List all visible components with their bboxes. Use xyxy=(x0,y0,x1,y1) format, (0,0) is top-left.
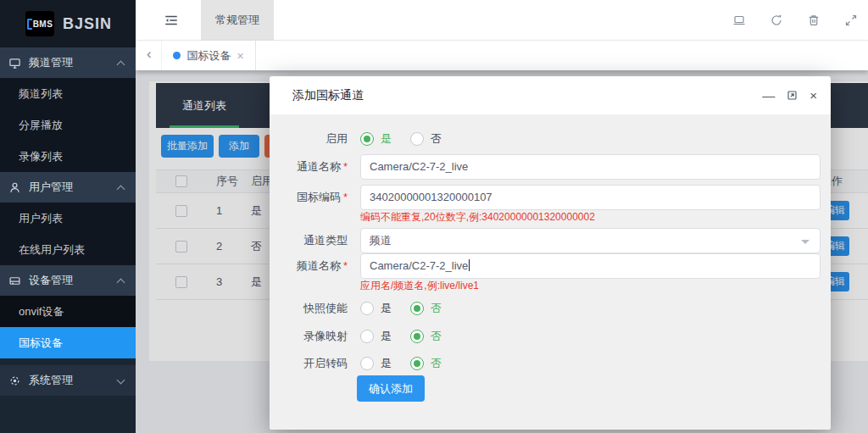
enable-radio-group: 是 否 xyxy=(360,126,442,152)
sidebar-item-channel-list[interactable]: 频道列表 xyxy=(0,78,136,109)
field-label: 录像映射 xyxy=(270,324,348,349)
required-asterisk: * xyxy=(343,259,348,272)
laptop-icon[interactable] xyxy=(732,14,746,27)
radio-no[interactable]: 否 xyxy=(410,329,442,344)
form-row-channel-name: 通道名称* Camera/C2-7-2_live xyxy=(270,154,831,180)
sidebar-item-user-list[interactable]: 用户列表 xyxy=(0,203,136,234)
sidebar-item-label: 在线用户列表 xyxy=(19,242,85,258)
field-label: 通道类型 xyxy=(270,228,348,253)
form-row-transcode: 开启转码 是 否 xyxy=(270,351,831,376)
radio-label: 是 xyxy=(381,329,392,344)
submenu-device: onvif设备 国标设备 xyxy=(0,296,136,358)
submenu-user: 用户列表 在线用户列表 xyxy=(0,203,136,265)
gear-icon xyxy=(8,375,21,387)
radio-label: 是 xyxy=(381,356,392,371)
radio-circle-icon xyxy=(360,132,374,146)
radio-no[interactable]: 否 xyxy=(410,301,442,316)
sidebar-group-label: 设备管理 xyxy=(29,273,110,288)
sidebar-group-label: 用户管理 xyxy=(29,180,110,195)
collapse-sidebar-icon[interactable] xyxy=(164,13,179,28)
radio-label: 否 xyxy=(431,301,442,316)
sidebar-group-channel[interactable]: 频道管理 xyxy=(0,47,136,78)
radio-yes[interactable]: 是 xyxy=(360,131,392,147)
required-asterisk: * xyxy=(343,191,348,203)
app-logo: BMS BJSIN xyxy=(0,0,136,47)
sidebar-item-online-user-list[interactable]: 在线用户列表 xyxy=(0,234,136,265)
form-row-record-map: 录像映射 是 否 xyxy=(270,324,831,349)
sidebar-item-record-list[interactable]: 录像列表 xyxy=(0,141,136,172)
tag-bar: ‹ 国标设备 × xyxy=(136,41,868,70)
back-chevron-icon[interactable]: ‹ xyxy=(147,46,152,63)
channel-name-input[interactable]: Camera/C2-7-2_live xyxy=(360,154,821,180)
radio-label: 否 xyxy=(431,131,442,147)
topnav-icon-group xyxy=(732,0,858,41)
sidebar-item-onvif-device[interactable]: onvif设备 xyxy=(0,296,136,327)
form-row-gb-code: 国标编码* 34020000001320000107 xyxy=(270,185,831,210)
maximize-icon[interactable] xyxy=(787,90,798,101)
transcode-radio-group: 是 否 xyxy=(360,351,442,376)
sidebar-group-user[interactable]: 用户管理 xyxy=(0,172,136,203)
form-row-stream-name: 频道名称* Camera/C2-7-2_live xyxy=(270,253,831,279)
monitor-icon xyxy=(8,57,21,69)
radio-yes[interactable]: 是 xyxy=(360,356,392,371)
fullscreen-icon[interactable] xyxy=(844,14,858,27)
chevron-up-icon xyxy=(117,186,125,194)
logo-bracket-icon xyxy=(27,19,32,30)
snapshot-radio-group: 是 否 xyxy=(360,296,442,321)
required-asterisk: * xyxy=(343,160,348,173)
sidebar-group-device[interactable]: 设备管理 xyxy=(0,265,136,296)
chevron-down-icon xyxy=(117,375,125,384)
logo-badge-text: BMS xyxy=(33,19,53,29)
radio-circle-icon xyxy=(410,357,424,370)
sidebar-item-label: 频道列表 xyxy=(19,86,63,102)
minimize-icon[interactable]: — xyxy=(762,89,775,102)
gb-code-hint: 编码不能重复,20位数字,例:34020000001320000002 xyxy=(360,211,595,223)
tag-label: 国标设备 xyxy=(186,48,231,64)
gb-code-input[interactable]: 34020000001320000107 xyxy=(360,185,821,210)
field-label: 启用 xyxy=(270,126,348,152)
radio-label: 是 xyxy=(381,301,392,316)
select-value: 频道 xyxy=(370,234,392,247)
field-label: 开启转码 xyxy=(270,351,348,376)
logo-badge-icon: BMS xyxy=(25,11,54,36)
sidebar-item-label: 分屏播放 xyxy=(19,118,63,133)
form-row-enable: 启用 是 否 xyxy=(270,126,831,152)
sidebar-item-gb-device[interactable]: 国标设备 xyxy=(0,327,136,358)
sidebar-group-system[interactable]: 系统管理 xyxy=(0,365,136,396)
tab-general-management[interactable]: 常规管理 xyxy=(201,0,274,41)
sidebar-item-split-play[interactable]: 分屏播放 xyxy=(0,109,136,141)
channel-type-select[interactable]: 频道 xyxy=(360,228,821,253)
form-row-channel-type: 通道类型 频道 xyxy=(270,228,831,253)
close-icon[interactable]: × xyxy=(810,89,817,102)
radio-circle-icon xyxy=(410,330,424,343)
stream-name-input[interactable]: Camera/C2-7-2_live xyxy=(360,253,821,279)
radio-yes[interactable]: 是 xyxy=(360,301,392,316)
radio-circle-icon xyxy=(410,302,424,315)
tag-close-icon[interactable]: × xyxy=(236,49,243,63)
select-caret-icon xyxy=(801,240,810,244)
sidebar: BMS BJSIN 频道管理 频道列表 分屏播放 录像列表 用户管理 用户列表 … xyxy=(0,0,136,433)
radio-circle-icon xyxy=(360,330,374,343)
radio-label: 否 xyxy=(431,356,442,371)
radio-label: 否 xyxy=(431,329,442,344)
radio-yes[interactable]: 是 xyxy=(360,329,392,344)
radio-no[interactable]: 否 xyxy=(410,356,442,371)
stream-name-hint: 应用名/频道名,例:live/live1 xyxy=(360,280,479,291)
device-icon xyxy=(8,275,21,287)
input-value: Camera/C2-7-2_live xyxy=(370,259,468,272)
dialog-window-controls: — × xyxy=(762,89,817,102)
add-gb-channel-dialog: 添加国标通道 — × 启用 是 否 通道名称* xyxy=(270,76,831,430)
radio-circle-icon xyxy=(410,132,424,146)
confirm-add-button[interactable]: 确认添加 xyxy=(357,375,425,402)
radio-label: 是 xyxy=(381,131,392,147)
text-cursor xyxy=(469,259,470,271)
tag-gb-device[interactable]: 国标设备 × xyxy=(161,41,256,70)
sidebar-group-label: 频道管理 xyxy=(29,55,110,70)
radio-no[interactable]: 否 xyxy=(410,131,442,147)
refresh-icon[interactable] xyxy=(770,14,783,27)
field-label: 快照使能 xyxy=(270,296,348,321)
trash-icon[interactable] xyxy=(807,14,821,27)
radio-circle-icon xyxy=(360,302,374,315)
sidebar-item-label: 国标设备 xyxy=(19,336,63,351)
sidebar-item-label: 用户列表 xyxy=(19,211,63,226)
